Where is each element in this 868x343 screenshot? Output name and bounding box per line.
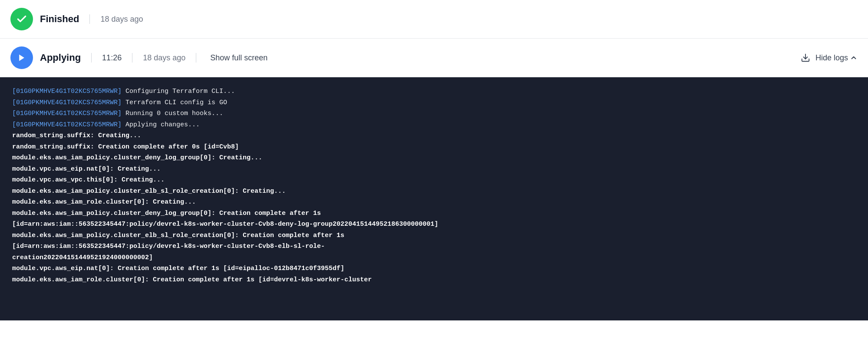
log-text: Terraform CLI config is GO (122, 99, 227, 106)
hide-logs-button[interactable]: Hide logs (815, 53, 858, 63)
applying-meta-divider-1 (91, 53, 92, 63)
finished-row: Finished 18 days ago (0, 0, 868, 39)
log-text: module.vpc.aws_eip.nat[0]: Creation comp… (12, 265, 344, 272)
log-text: random_string.suffix: Creation complete … (12, 143, 239, 151)
log-text: [id=arn:aws:iam::563522345447:policy/dev… (12, 243, 325, 250)
log-line: module.eks.aws_iam_policy.cluster_deny_l… (12, 152, 856, 164)
log-id: [01G0PKMHVE4G1T02KCS765MRWR] (12, 99, 122, 106)
log-line: module.eks.aws_iam_role.cluster[0]: Crea… (12, 197, 856, 208)
log-text: Applying changes... (122, 121, 200, 129)
log-text: module.eks.aws_iam_policy.cluster_deny_l… (12, 210, 321, 217)
log-line: random_string.suffix: Creation complete … (12, 142, 856, 153)
applying-row: Applying 11:26 18 days ago Show full scr… (0, 39, 868, 77)
finished-time-ago: 18 days ago (100, 15, 143, 24)
download-icon (801, 53, 810, 63)
log-line: [01G0PKMHVE4G1T02KCS765MRWR] Terraform C… (12, 97, 856, 109)
log-line: [id=arn:aws:iam::563522345447:policy/dev… (12, 241, 856, 252)
log-line: module.vpc.aws_eip.nat[0]: Creating... (12, 164, 856, 175)
log-text: module.eks.aws_iam_role.cluster[0]: Crea… (12, 276, 372, 284)
log-text: module.eks.aws_iam_role.cluster[0]: Crea… (12, 198, 196, 206)
log-line: module.eks.aws_iam_role.cluster[0]: Crea… (12, 274, 856, 286)
log-line: module.eks.aws_iam_policy.cluster_elb_sl… (12, 230, 856, 241)
finished-label: Finished (40, 13, 79, 25)
log-id: [01G0PKMHVE4G1T02KCS765MRWR] (12, 110, 122, 117)
log-line: [01G0PKMHVE4G1T02KCS765MRWR] Applying ch… (12, 119, 856, 131)
applying-meta-divider-2 (132, 53, 132, 63)
hide-logs-label: Hide logs (815, 53, 848, 63)
finished-status-icon (10, 8, 33, 30)
log-line: creation202204151449521924000000002] (12, 252, 856, 264)
page-container: Finished 18 days ago Applying 11:26 18 d… (0, 0, 868, 320)
log-line: [01G0PKMHVE4G1T02KCS765MRWR] Configuring… (12, 86, 856, 97)
log-line: module.vpc.aws_eip.nat[0]: Creation comp… (12, 263, 856, 274)
applying-label: Applying (40, 52, 81, 63)
log-line: module.eks.aws_iam_policy.cluster_elb_sl… (12, 186, 856, 197)
log-text: module.eks.aws_iam_policy.cluster_elb_sl… (12, 188, 286, 195)
chevron-up-icon (850, 54, 858, 62)
log-line: [01G0PKMHVE4G1T02KCS765MRWR] Running 0 c… (12, 108, 856, 119)
log-id: [01G0PKMHVE4G1T02KCS765MRWR] (12, 88, 122, 95)
finished-divider (89, 14, 90, 24)
log-line: module.eks.aws_iam_policy.cluster_deny_l… (12, 208, 856, 219)
applying-duration: 11:26 (102, 53, 122, 63)
log-text: module.vpc.aws_vpc.this[0]: Creating... (12, 176, 165, 184)
log-id: [01G0PKMHVE4G1T02KCS765MRWR] (12, 121, 122, 129)
log-terminal: [01G0PKMHVE4G1T02KCS765MRWR] Configuring… (0, 77, 868, 320)
log-text: Configuring Terraform CLI... (122, 88, 235, 95)
applying-time-ago: 18 days ago (143, 53, 185, 63)
download-logs-button[interactable] (801, 53, 810, 63)
applying-meta-divider-3 (196, 53, 196, 63)
svg-marker-0 (19, 55, 24, 61)
applying-status-icon (10, 46, 33, 69)
log-text: module.vpc.aws_eip.nat[0]: Creating... (12, 165, 161, 173)
log-text: Running 0 custom hooks... (122, 110, 223, 117)
log-text: module.eks.aws_iam_policy.cluster_elb_sl… (12, 232, 344, 239)
log-text: creation202204151449521924000000002] (12, 254, 153, 261)
log-line: module.vpc.aws_vpc.this[0]: Creating... (12, 175, 856, 186)
log-line: random_string.suffix: Creating... (12, 130, 856, 142)
show-fullscreen-button[interactable]: Show full screen (207, 52, 271, 64)
log-line: [id=arn:aws:iam::563522345447:policy/dev… (12, 219, 856, 230)
log-text: random_string.suffix: Creating... (12, 132, 141, 139)
right-actions: Hide logs (801, 53, 858, 63)
log-text: [id=arn:aws:iam::563522345447:policy/dev… (12, 221, 438, 228)
log-text: module.eks.aws_iam_policy.cluster_deny_l… (12, 154, 262, 162)
